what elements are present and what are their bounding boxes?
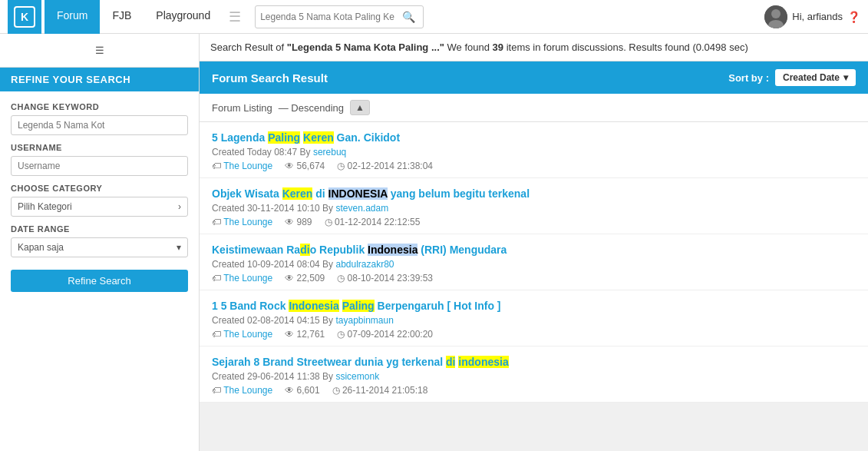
result-item: Keistimewaan Radio Republik Indonesia (R… [200,234,868,290]
result-category[interactable]: 🏷 The Lounge [212,217,272,227]
content-area: Search Result of "Legenda 5 Nama Kota Pa… [200,34,868,451]
result-title[interactable]: Sejarah 8 Brand Streetwear dunia yg terk… [212,356,856,368]
nav-tab-fjb[interactable]: FJB [100,0,144,34]
search-result-bar: Search Result of "Legenda 5 Nama Kota Pa… [200,34,868,61]
result-author[interactable]: steven.adam [335,203,388,214]
hamburger-icon: ☰ [95,45,104,56]
sort-dropdown[interactable]: Created Date ▾ [775,69,856,86]
result-date: ◷ 07-09-2014 22:00:20 [337,329,433,340]
logo[interactable]: K [8,0,41,34]
username-label: USERNAME [11,143,188,152]
refine-search-button[interactable]: Refine Search [11,270,188,292]
results-container: 5 Lagenda Paling Keren Gan. CikidotCreat… [200,122,868,403]
result-views: 👁 22,509 [285,273,325,284]
username-input[interactable] [11,156,188,176]
result-views: 👁 56,674 [285,161,325,171]
sidebar-toggle[interactable]: ☰ [0,34,199,68]
user-greeting: Hi, arfiands [792,11,843,22]
result-tags: 🏷 The Lounge👁 6,601◷ 26-11-2014 21:05:18 [212,385,856,396]
result-author[interactable]: ssicemonk [335,371,379,382]
menu-lines-icon[interactable]: ☰ [229,8,241,25]
forum-panel: Forum Search Result Sort by : Created Da… [200,61,868,403]
date-range-select[interactable]: Kapan saja ▾ [11,237,188,257]
result-title[interactable]: Keistimewaan Radio Republik Indonesia (R… [212,244,856,256]
logo-inner: K [14,6,35,28]
result-author[interactable]: tayapbinmaun [335,315,393,326]
result-date: ◷ 01-12-2014 22:12:55 [325,217,421,227]
result-category[interactable]: 🏷 The Lounge [212,385,272,396]
nav-tab-playground[interactable]: Playground [144,0,223,34]
topnav: K Forum FJB Playground ☰ 🔍 Hi, arfiands … [0,0,868,34]
result-tags: 🏷 The Lounge👁 12,761◷ 07-09-2014 22:00:2… [212,329,856,340]
topnav-search-bar: 🔍 [255,5,424,28]
sort-chevron-icon: ▾ [843,72,848,83]
sort-by-label: Sort by : [728,72,769,84]
listing-sort-button[interactable]: ▲ [350,100,370,115]
result-tags: 🏷 The Lounge👁 989◷ 01-12-2014 22:12:55 [212,217,856,227]
forum-panel-header: Forum Search Result Sort by : Created Da… [200,61,868,94]
result-author[interactable]: serebuq [313,147,346,158]
chevron-right-icon: › [178,201,181,212]
result-item: 5 Lagenda Paling Keren Gan. CikidotCreat… [200,122,868,178]
result-views: 👁 989 [285,217,312,227]
result-date: ◷ 26-11-2014 21:05:18 [332,385,428,396]
chevron-down-icon: ▾ [177,242,181,253]
user-area: Hi, arfiands ❓ [764,5,860,28]
result-views: 👁 6,601 [285,385,319,396]
forum-listing-sep: — Descending [279,102,344,114]
sort-value: Created Date [783,72,840,83]
result-meta: Created 30-11-2014 10:10 By steven.adam [212,203,856,214]
svg-point-1 [771,9,781,18]
topnav-search-input[interactable] [260,12,402,22]
keyword-label: CHANGE KEYWORD [11,102,188,111]
result-date: ◷ 08-10-2014 23:39:53 [337,273,433,284]
sidebar-body: CHANGE KEYWORD USERNAME CHOOSE CATEGORY … [0,91,199,303]
forum-listing-label: Forum Listing [212,102,272,114]
result-title[interactable]: 5 Lagenda Paling Keren Gan. Cikidot [212,131,856,144]
result-item: Sejarah 8 Brand Streetwear dunia yg terk… [200,347,868,403]
result-meta: Created 29-06-2014 11:38 By ssicemonk [212,371,856,382]
result-category[interactable]: 🏷 The Lounge [212,161,272,171]
result-title[interactable]: Objek Wisata Keren di INDONESIA yang bel… [212,187,856,200]
category-label: CHOOSE CATEGORY [11,184,188,193]
search-result-query: "Legenda 5 Nama Kota Paling ..." [287,41,444,53]
result-title[interactable]: 1 5 Band Rock Indonesia Paling Berpengar… [212,300,856,312]
result-category[interactable]: 🏷 The Lounge [212,329,272,340]
search-icon[interactable]: 🔍 [402,11,415,23]
category-select[interactable]: Pilih Kategori › [11,197,188,217]
result-item: Objek Wisata Keren di INDONESIA yang bel… [200,178,868,234]
refine-header: REFINE YOUR SEARCH [0,68,199,91]
search-result-suffix: items in forum discussions. Results foun… [507,41,748,53]
search-result-count: 39 [493,41,503,53]
help-icon[interactable]: ❓ [847,11,860,23]
search-result-mid: We found [447,41,493,53]
result-date: ◷ 02-12-2014 21:38:04 [337,161,433,171]
result-category[interactable]: 🏷 The Lounge [212,273,272,284]
main-layout: ☰ REFINE YOUR SEARCH CHANGE KEYWORD USER… [0,34,868,451]
result-item: 1 5 Band Rock Indonesia Paling Berpengar… [200,290,868,347]
forum-listing-bar: Forum Listing — Descending ▲ [200,94,868,122]
result-author[interactable]: abdulrazakr80 [335,259,394,270]
date-range-label: DATE RANGE [11,224,188,234]
result-tags: 🏷 The Lounge👁 56,674◷ 02-12-2014 21:38:0… [212,161,856,171]
result-tags: 🏷 The Lounge👁 22,509◷ 08-10-2014 23:39:5… [212,273,856,284]
forum-panel-title: Forum Search Result [212,71,328,85]
result-views: 👁 12,761 [285,329,325,340]
nav-tab-forum[interactable]: Forum [45,0,100,34]
sidebar: ☰ REFINE YOUR SEARCH CHANGE KEYWORD USER… [0,34,200,451]
result-meta: Created 02-08-2014 04:15 By tayapbinmaun [212,315,856,326]
result-meta: Created 10-09-2014 08:04 By abdulrazakr8… [212,259,856,270]
result-meta: Created Today 08:47 By serebuq [212,147,856,158]
keyword-input[interactable] [11,115,188,135]
sort-by-area: Sort by : Created Date ▾ [728,69,856,86]
avatar [764,5,787,28]
search-result-prefix: Search Result of [210,41,287,53]
